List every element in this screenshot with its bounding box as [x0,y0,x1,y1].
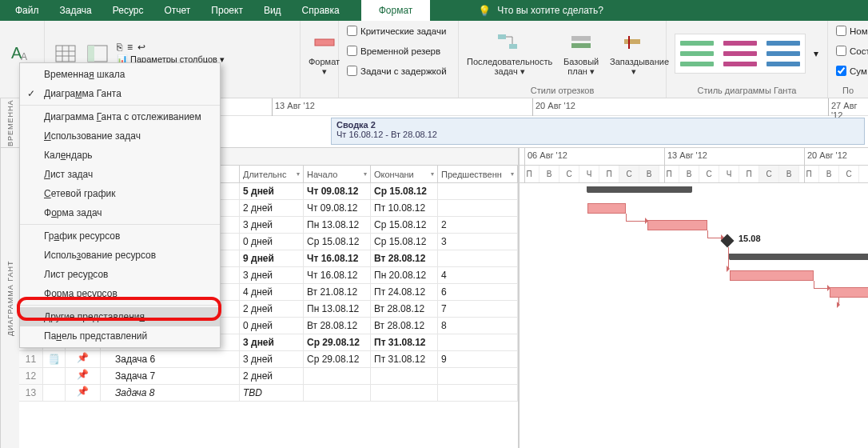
gantt-style-gallery[interactable] [675,34,806,74]
svg-rect-11 [509,44,517,49]
view-menu-item[interactable]: Использование ресурсов [20,246,220,265]
svg-text:A: A [21,51,27,62]
view-menu-item[interactable]: Лист задач [20,165,220,184]
align-left-icon[interactable]: ≡ [127,42,133,53]
row-dur: 5 дней [240,183,304,199]
gantt-chart[interactable]: 06 Авг '1213 Авг '1220 Авг '12 ПВСЧПСВПВ… [520,148,868,448]
row-fin: Пт 31.08.12 [371,334,438,350]
chk-late[interactable]: Задачи с задержкой [347,66,447,76]
svg-rect-8 [88,46,94,62]
row-start: Пн 13.08.12 [304,217,371,233]
row-fin: Пт 10.08.12 [371,200,438,216]
row-fin: Вт 28.08.12 [371,318,438,334]
row-start: Ср 29.08.12 [304,351,371,367]
row-mode-icon [66,351,101,367]
row-name: Задача 8 [101,385,240,401]
view-menu-item[interactable]: Форма задач [20,203,220,225]
baseline-button[interactable]: Базовый план ▾ [559,30,603,77]
timeline-summary[interactable]: Сводка 2 Чт 16.08.12 - Вт 28.08.12 [331,118,865,145]
row-name: Задача 7 [101,368,240,384]
menu-Отчет[interactable]: Отчет [153,0,201,21]
row-start: Чт 09.08.12 [304,183,371,199]
row-fin: Ср 15.08.12 [371,183,438,199]
chk-state[interactable]: Сост [836,46,868,56]
row-start: Чт 09.08.12 [304,200,371,216]
row-start: Ср 29.08.12 [304,334,371,350]
svg-rect-14 [624,39,640,44]
menu-Проект[interactable]: Проект [201,0,253,21]
view-menu-item[interactable]: Временная шкала [20,65,220,84]
menu-Задача[interactable]: Задача [50,0,102,21]
row-dur: 0 дней [240,318,304,334]
format-button[interactable]: Формат▾ [309,30,340,77]
row-fin: Пт 24.08.12 [371,284,438,300]
row-info-icon: 🗒️ [43,351,66,367]
row-info-icon [43,385,66,401]
task-path-button[interactable]: Последовательность задач ▾ [467,30,552,77]
col-finish[interactable]: Окончани [371,166,438,182]
view-menu-item[interactable]: Форма ресурсов [20,284,220,306]
row-start [304,368,371,384]
wrap-icon[interactable]: ↩ [137,42,145,53]
row-dur: TBD [240,385,304,401]
row-dur: 2 дней [240,368,304,384]
row-num: 11 [19,351,43,367]
view-menu-item[interactable]: Сетевой график [20,184,220,203]
chk-critical[interactable]: Критические задачи [347,26,446,36]
chk-summary[interactable]: Сум [836,66,867,76]
row-name: Задача 6 [101,351,240,367]
row-fin: Вт 28.08.12 [371,301,438,317]
col-start[interactable]: Начало [304,166,371,182]
timeline-date: 20 Авг '12 [536,101,575,110]
svg-rect-12 [571,36,591,41]
row-fin: Ср 15.08.12 [371,234,438,250]
col-pred[interactable]: Предшественн [438,166,518,182]
insert-col-icon[interactable]: ⎘ [117,42,122,53]
view-menu-item[interactable]: Использование задач [20,126,220,146]
row-pred [438,385,518,401]
row-dur: 3 дней [240,334,304,350]
row-pred [438,368,518,384]
menu-Справка[interactable]: Справка [292,0,350,21]
menu-Ресурс[interactable]: Ресурс [102,0,154,21]
row-fin: Вт 28.08.12 [371,250,438,266]
row-start [304,385,371,401]
table-row[interactable]: 13Задача 8TBD [19,385,518,402]
row-start: Вт 28.08.12 [304,318,371,334]
row-dur: 2 дней [240,200,304,216]
row-dur: 9 дней [240,250,304,266]
menu-bar: ФайлЗадачаРесурсОтчетПроектВидСправка Фо… [0,0,868,21]
view-menu-item[interactable]: Лист ресурсов [20,265,220,284]
menu-Вид[interactable]: Вид [253,0,292,21]
row-start: Вт 21.08.12 [304,284,371,300]
table-row[interactable]: 11🗒️Задача 63 днейСр 29.08.12Пт 31.08.12… [19,351,518,368]
row-num: 12 [19,368,43,384]
row-dur: 3 дней [240,267,304,283]
table-row[interactable]: 12Задача 72 дней [19,368,518,385]
row-dur: 3 дней [240,351,304,367]
view-menu-item[interactable]: Другие представления... [20,307,220,326]
row-pred [438,200,518,216]
col-duration[interactable]: Длительнс [240,166,304,182]
svg-rect-13 [571,43,591,48]
svg-rect-9 [315,39,334,46]
view-menu-item[interactable]: График ресурсов [20,226,220,246]
timeline-date: 13 Авг '12 [275,101,315,110]
view-menu-item[interactable]: Календарь [20,146,220,165]
chk-slack[interactable]: Временной резерв [347,46,440,56]
bulb-icon [478,5,491,17]
chk-outline-num[interactable]: Ном [836,26,868,36]
row-pred: 3 [438,234,518,250]
view-menu-item[interactable]: Панель представлений [20,326,220,346]
row-pred [438,250,518,266]
view-dropdown: Временная шкалаДиаграмма ГантаДиаграмма … [19,62,221,348]
view-menu-item[interactable]: Диаграмма Ганта с отслеживанием [20,107,220,126]
row-fin: Ср 15.08.12 [371,217,438,233]
menu-Файл[interactable]: Файл [5,0,50,21]
row-num: 13 [19,385,43,401]
row-dur: 0 дней [240,234,304,250]
slippage-button[interactable]: Запаздывание ▾ [610,30,658,77]
tab-format[interactable]: Формат [361,0,431,21]
view-menu-item[interactable]: Диаграмма Ганта [20,84,220,106]
tell-me[interactable]: Что вы хотите сделать? [478,5,603,17]
